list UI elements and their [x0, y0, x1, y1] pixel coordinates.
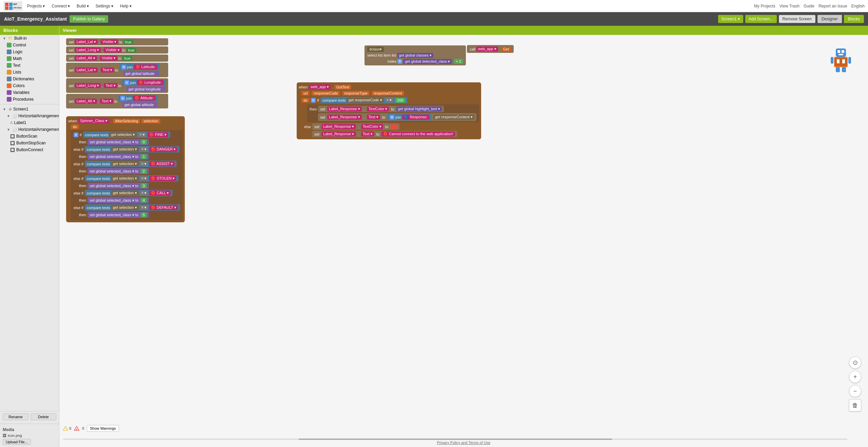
sidebar-item-control[interactable]: Control [0, 42, 59, 48]
sidebar-item-dictionaries[interactable]: Dictionaries [0, 76, 59, 82]
media-section: Media 🖼 icon.png Upload File... [0, 425, 59, 447]
sidebar-screen1-toggle[interactable]: ▼ 🖥 Screen1 [0, 106, 59, 113]
rename-button[interactable]: Rename [3, 413, 28, 420]
block-when-webapp-gottext[interactable]: when web_app ▾ . GotText url responseCod… [297, 82, 481, 139]
delete-button[interactable]: Delete [31, 413, 56, 420]
sidebar-item-logic[interactable]: Logic [0, 48, 59, 55]
sidebar-item-variables[interactable]: Variables [0, 89, 59, 96]
my-projects-link[interactable]: My Projects [754, 4, 775, 8]
build-menu[interactable]: Build ▾ [74, 2, 92, 10]
recenter-button[interactable]: ⊙ [849, 357, 861, 369]
nav-menu: Projects ▾ Connect ▾ Build ▾ Settings ▾ … [24, 2, 752, 10]
svg-rect-10 [839, 54, 843, 55]
privacy-policy-link[interactable]: Privacy Policy and Terms of Use [437, 441, 491, 445]
privacy-footer: Privacy Policy and Terms of Use [59, 440, 868, 445]
svg-rect-7 [836, 48, 846, 57]
app-inventor-character [827, 45, 854, 73]
svg-rect-2 [5, 6, 8, 10]
sidebar: Blocks ▼ 📁 Built-in Control Logic Math [0, 26, 59, 447]
upload-file-button[interactable]: Upload File... [3, 439, 31, 445]
settings-menu[interactable]: Settings ▾ [93, 2, 116, 10]
project-bar: AIoT_Emergency_Assistant Publish to Gall… [0, 12, 868, 26]
sidebar-bottom-buttons: Rename Delete [0, 411, 59, 422]
svg-rect-17 [836, 67, 840, 72]
media-file-item: 🖼 icon.png [3, 433, 56, 438]
help-menu[interactable]: Help ▾ [117, 2, 134, 10]
status-bar: ! 0 0 Show Warnings [63, 425, 119, 432]
sidebar-item-lists[interactable]: Lists [0, 69, 59, 76]
zoom-in-button[interactable]: + [849, 371, 861, 383]
svg-rect-9 [842, 50, 844, 53]
sidebar-item-buttonstopscan[interactable]: 🔲 ButtonStopScan [0, 140, 59, 146]
screen-controls: Screen1 ▾ Add Screen... Remove Screen De… [718, 15, 864, 23]
block-set-alt-visible[interactable]: set Label_Alt ▾ . Visible ▾ to true [66, 55, 168, 62]
sidebar-builtin-toggle[interactable]: ▼ 📁 Built-in [0, 35, 59, 42]
sidebar-item-horizontal2[interactable]: ▼ ⬜ HorizontalArrangement [0, 126, 59, 133]
sidebar-item-buttonconnect[interactable]: 🔲 ButtonConnect [0, 146, 59, 153]
block-set-alt-text[interactable]: set Label_Alt ▾ . Text ▾ to ⚙ join 🔴 Alt… [66, 94, 168, 108]
viewer-header: Viewer [59, 26, 868, 35]
block-set-long-visible[interactable]: set Label_Long ▾ . Visible ▾ to true [66, 46, 168, 54]
svg-text:!: ! [65, 427, 66, 430]
report-issue-link[interactable]: Report an Issue [818, 4, 847, 8]
screen-selector[interactable]: Screen1 ▾ [718, 15, 743, 23]
svg-rect-1 [5, 3, 8, 6]
publish-gallery-button[interactable]: Publish to Gallery [70, 15, 108, 23]
show-warnings-button[interactable]: Show Warnings [87, 425, 119, 432]
block-call-webapp-get[interactable]: call web_app ▾ . Get [467, 45, 514, 53]
sidebar-item-buttonscan[interactable]: 🔲 ButtonScan [0, 133, 59, 140]
svg-text:APP INVENTOR: APP INVENTOR [13, 7, 21, 9]
block-group-spinner: when Spinner_Class ▾ . AfterSelecting se… [66, 116, 185, 222]
main-area: Blocks ▼ 📁 Built-in Control Logic Math [0, 26, 868, 447]
errors-count: 0 [82, 426, 84, 430]
block-group-labels: set Label_Lat ▾ . Visible ▾ to true set … [66, 38, 168, 108]
add-screen-button[interactable]: Add Screen... [745, 15, 777, 23]
sidebar-item-math[interactable]: Math [0, 55, 59, 62]
viewer-area: Viewer set Label_Lat ▾ . Visible ▾ to tr… [59, 26, 868, 447]
svg-text:MIT: MIT [13, 3, 18, 5]
block-group-right-top: dclass▾ select list item list get global… [364, 45, 514, 68]
block-set-lat-text[interactable]: set Label_Lat ▾ . Text ▾ to ⚙ join 🔴 Lat… [66, 63, 168, 77]
errors-item: 0 [82, 426, 84, 430]
connect-menu[interactable]: Connect ▾ [49, 2, 73, 10]
svg-rect-12 [835, 58, 847, 66]
mit-logo: MIT APP INVENTOR [3, 1, 22, 11]
media-title: Media [3, 427, 56, 432]
svg-point-22 [76, 429, 77, 430]
sidebar-item-procedures[interactable]: Procedures [0, 96, 59, 103]
svg-rect-8 [837, 50, 840, 53]
svg-rect-3 [9, 3, 13, 6]
svg-rect-14 [842, 59, 845, 63]
warnings-item: ! 0 [63, 426, 71, 431]
designer-button[interactable]: Designer [817, 15, 842, 23]
svg-rect-16 [848, 57, 851, 64]
block-when-spinner[interactable]: when Spinner_Class ▾ . AfterSelecting se… [66, 116, 185, 222]
svg-rect-18 [842, 67, 846, 72]
zoom-out-button[interactable]: − [849, 385, 861, 397]
trash-button[interactable]: 🗑 [849, 399, 861, 411]
language-selector[interactable]: English [851, 4, 865, 8]
block-set-long-text[interactable]: set Label_Long ▾ . Text ▾ to ⚙ join 🔴 Lo… [66, 78, 168, 93]
blocks-button[interactable]: Blocks [844, 15, 864, 23]
sidebar-header: Blocks [0, 26, 59, 35]
warnings-count: 0 [69, 426, 71, 430]
guide-link[interactable]: Guide [804, 4, 814, 8]
sidebar-item-colors[interactable]: Colors [0, 82, 59, 89]
view-trash-link[interactable]: View Trash [780, 4, 800, 8]
project-name: AIoT_Emergency_Assistant [4, 16, 67, 22]
sidebar-item-horizontal1[interactable]: ▼ ⬜ HorizontalArrangement [0, 113, 59, 119]
nav-right-links: My Projects View Trash Guide Report an I… [754, 4, 865, 8]
sidebar-item-text[interactable]: Text [0, 62, 59, 69]
projects-menu[interactable]: Projects ▾ [24, 2, 47, 10]
top-navigation: MIT APP INVENTOR Projects ▾ Connect ▾ Bu… [0, 0, 868, 12]
block-set-lat-visible[interactable]: set Label_Lat ▾ . Visible ▾ to true [66, 38, 168, 45]
sidebar-item-label1[interactable]: A Label1 [0, 119, 59, 126]
blocks-canvas[interactable]: set Label_Lat ▾ . Visible ▾ to true set … [59, 35, 868, 445]
block-select-list-item[interactable]: dclass▾ select list item list get global… [364, 45, 466, 65]
zoom-controls: ⊙ + − 🗑 [849, 357, 861, 411]
svg-rect-13 [837, 59, 840, 63]
svg-rect-15 [831, 57, 833, 64]
svg-rect-4 [9, 6, 13, 10]
block-group-webapp-gottext: when web_app ▾ . GotText url responseCod… [297, 82, 481, 139]
remove-screen-button[interactable]: Remove Screen [779, 15, 815, 23]
